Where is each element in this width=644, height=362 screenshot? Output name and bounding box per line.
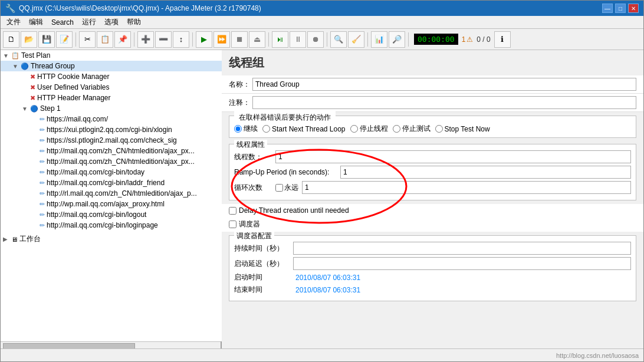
- menu-file[interactable]: 文件: [3, 16, 24, 28]
- info-button[interactable]: ℹ: [494, 31, 511, 48]
- tree-item-url11[interactable]: ✏ http://mail.qq.com/cgi-bin/loginpage: [1, 220, 222, 231]
- tree-item-url4[interactable]: ✏ http://mail.qq.com/zh_CN/htmledition/a…: [1, 146, 222, 156]
- radio-stop-test[interactable]: 停止测试: [393, 124, 431, 134]
- menu-run[interactable]: 运行: [78, 16, 100, 28]
- menu-help[interactable]: 帮助: [123, 16, 144, 28]
- panel-title: 线程组: [222, 50, 643, 75]
- left-panel-wrapper: ▼ 📋 Test Plan ▼ 🔵 Thread Group ← ✖: [1, 50, 222, 350]
- radio-next-loop[interactable]: Start Next Thread Loop: [262, 125, 346, 133]
- save-as-button[interactable]: 📝: [56, 31, 73, 48]
- toggle-button[interactable]: ↕: [173, 31, 189, 48]
- tree-item-url1[interactable]: ✏ https://mail.qq.com/: [1, 114, 222, 124]
- thread-count-input[interactable]: [275, 150, 631, 163]
- separator3: [192, 32, 193, 47]
- tree-item-user-defined[interactable]: ✖ User Defined Variables: [1, 82, 222, 93]
- start-button[interactable]: ▶: [196, 31, 212, 48]
- stop-button[interactable]: ⏹: [231, 31, 248, 48]
- tree-item-http-cookie[interactable]: ✖ HTTP Cookie Manager: [1, 71, 222, 82]
- watermark-text: http://blog.csdn.net/luosaosa: [556, 352, 639, 359]
- menu-edit[interactable]: 编辑: [25, 16, 47, 28]
- toggle-thread-group[interactable]: ▼: [12, 63, 21, 70]
- tree-item-url9[interactable]: ✏ http://wp.mail.qq.com/ajax_proxy.html: [1, 199, 222, 209]
- main-area: ▼ 📋 Test Plan ▼ 🔵 Thread Group ← ✖: [1, 50, 643, 350]
- copy-button[interactable]: 📋: [97, 31, 113, 48]
- search-btn[interactable]: 🔎: [389, 31, 405, 48]
- tree-label-url8: http://rl.mail.qq.com/zh_CN/htmledition/…: [47, 189, 197, 198]
- tree-item-url8[interactable]: ✏ http://rl.mail.qq.com/zh_CN/htmleditio…: [1, 188, 222, 199]
- scheduler-checkbox-label[interactable]: 调度器: [229, 219, 636, 229]
- tree-item-test-plan[interactable]: ▼ 📋 Test Plan: [1, 50, 222, 61]
- window-title: QQ.jmx (C:\Users\wilis\Desktop\jmx\QQ.jm…: [19, 4, 261, 12]
- ramp-up-label: Ramp-Up Period (in seconds):: [234, 168, 340, 176]
- delay-creation-label[interactable]: Delay Thread creation until needed: [229, 206, 636, 215]
- cut-button[interactable]: ✂: [79, 31, 96, 48]
- duration-input[interactable]: [293, 242, 631, 255]
- delay-creation-checkbox[interactable]: [229, 207, 236, 215]
- separator1: [75, 32, 76, 47]
- minimize-button[interactable]: —: [602, 4, 613, 13]
- new-button[interactable]: 🗋: [3, 31, 19, 48]
- name-label: 名称：: [229, 80, 252, 90]
- open-button[interactable]: 📂: [21, 31, 37, 48]
- shutdown-button[interactable]: ⏏: [249, 31, 265, 48]
- toggle-step1[interactable]: ▼: [22, 106, 30, 112]
- expand-button[interactable]: ➕: [137, 31, 154, 48]
- clear-button[interactable]: 🔍: [330, 31, 347, 48]
- save-button[interactable]: 💾: [38, 31, 55, 48]
- tree-item-url5[interactable]: ✏ http://mail.qq.com/zh_CN/htmledition/a…: [1, 156, 222, 167]
- collapse-button[interactable]: ➖: [155, 31, 172, 48]
- tree-item-url3[interactable]: ✏ https://ssl.ptlogin2.mail.qq.com/check…: [1, 135, 222, 146]
- warning-count: 1: [462, 35, 466, 44]
- error-action-group: 继续 Start Next Thread Loop 停止线程 停: [234, 124, 631, 134]
- separator6: [367, 32, 368, 47]
- paste-button[interactable]: 📌: [114, 31, 131, 48]
- loop-count-input[interactable]: [302, 181, 631, 194]
- menu-options[interactable]: 选项: [101, 16, 122, 28]
- tree-label-url5: http://mail.qq.com/zh_CN/htmledition/aja…: [47, 157, 195, 166]
- tree-item-url2[interactable]: ✏ https://xui.ptlogin2.qq.com/cgi-bin/xl…: [1, 124, 222, 135]
- comment-input[interactable]: [252, 96, 636, 109]
- tree-label-url4: http://mail.qq.com/zh_CN/htmledition/aja…: [47, 147, 195, 155]
- function-button[interactable]: 📊: [371, 31, 387, 48]
- tree-label-url3: https://ssl.ptlogin2.mail.qq.com/check_s…: [47, 136, 177, 144]
- start-time-label: 启动时间: [234, 272, 293, 282]
- toggle-workbench[interactable]: ▶: [3, 236, 11, 242]
- menu-search[interactable]: Search: [48, 17, 77, 28]
- maximize-button[interactable]: □: [615, 4, 626, 13]
- scheduler-checkbox[interactable]: [229, 221, 236, 228]
- tree-item-url7[interactable]: ✏ http://mail.qq.com/cgi-bin/laddr_frien…: [1, 177, 222, 188]
- tree-item-url10[interactable]: ✏ http://mail.qq.com/cgi-bin/logout: [1, 209, 222, 220]
- tree-label-http-cookie: HTTP Cookie Manager: [37, 73, 110, 81]
- tree-item-http-header[interactable]: ✖ HTTP Header Manager: [1, 93, 222, 103]
- end-time-label: 结束时间: [234, 285, 293, 295]
- tree-item-thread-group[interactable]: ▼ 🔵 Thread Group ←: [1, 61, 222, 71]
- tree-item-url6[interactable]: ✏ http://mail.qq.com/cgi-bin/today: [1, 167, 222, 177]
- remote-stop-button[interactable]: ⏸: [290, 31, 306, 48]
- start-no-pause-button[interactable]: ⏩: [213, 31, 230, 48]
- remote-start-button[interactable]: ⏯: [272, 31, 288, 48]
- radio-stop-test-now[interactable]: Stop Test Now: [435, 125, 490, 133]
- menubar: 文件 编辑 Search 运行 选项 帮助: [1, 16, 643, 29]
- radio-stop-thread[interactable]: 停止线程: [350, 124, 388, 134]
- start-time-value: 2010/08/07 06:03:31: [295, 274, 360, 282]
- forever-checkbox-label[interactable]: 永远: [275, 183, 298, 193]
- name-input[interactable]: [252, 78, 636, 91]
- tree-label-step1: Step 1: [40, 104, 61, 113]
- toggle-test-plan[interactable]: ▼: [3, 52, 11, 59]
- startup-delay-label: 启动延迟（秒）: [234, 259, 293, 269]
- clear-all-button[interactable]: 🧹: [348, 31, 364, 48]
- remote-all-button[interactable]: ⏺: [307, 31, 324, 48]
- ramp-up-input[interactable]: [340, 166, 631, 179]
- forever-label: 永远: [284, 183, 298, 193]
- titlebar: 🔧 QQ.jmx (C:\Users\wilis\Desktop\jmx\QQ.…: [1, 1, 643, 16]
- tree-label-user-defined: User Defined Variables: [37, 83, 110, 91]
- tree-item-workbench[interactable]: ▶ 🖥 工作台: [1, 233, 222, 245]
- close-button[interactable]: ✕: [628, 4, 639, 13]
- counter-display: 0 / 0: [477, 35, 490, 44]
- startup-delay-input[interactable]: [293, 257, 631, 270]
- tree-item-step1[interactable]: ▼ 🔵 Step 1: [1, 103, 222, 114]
- forever-checkbox[interactable]: [275, 184, 283, 192]
- thread-count-label: 线程数：: [234, 152, 275, 162]
- radio-continue[interactable]: 继续: [234, 124, 258, 134]
- tree-label-url2: https://xui.ptlogin2.qq.com/cgi-bin/xlog…: [47, 126, 172, 134]
